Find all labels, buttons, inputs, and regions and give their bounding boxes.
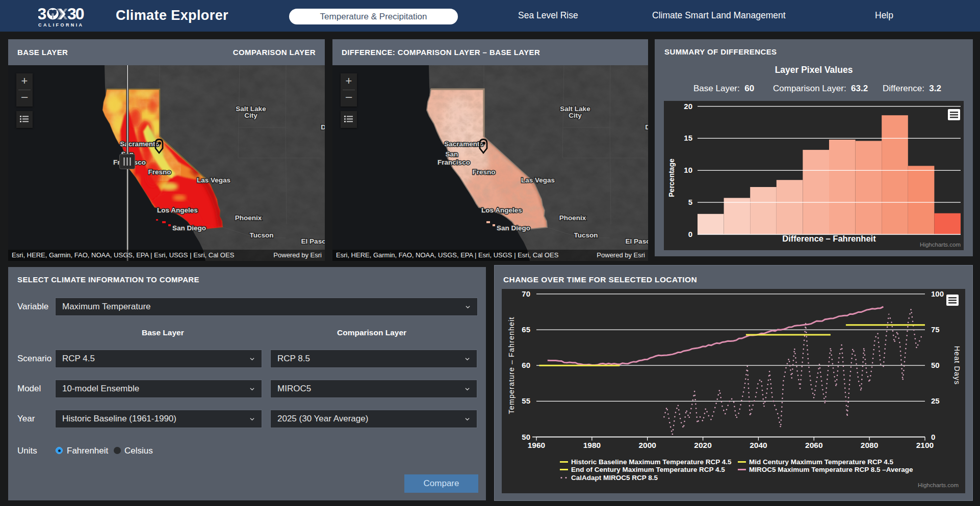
svg-text:Fresno: Fresno <box>148 168 171 176</box>
svg-text:San Diego: San Diego <box>172 224 206 232</box>
svg-text:Sacramento: Sacramento <box>444 140 483 148</box>
svg-text:Highcharts.com: Highcharts.com <box>918 482 959 488</box>
svg-text:2000: 2000 <box>638 441 656 449</box>
svg-text:Phoenix: Phoenix <box>235 214 262 222</box>
svg-text:2060: 2060 <box>805 441 822 449</box>
svg-text:1980: 1980 <box>583 441 601 449</box>
svg-text:Tucson: Tucson <box>250 231 274 239</box>
svg-text:0: 0 <box>931 433 935 441</box>
svg-text:5: 5 <box>688 198 692 206</box>
svg-text:Temperature – Fahrenheit: Temperature – Fahrenheit <box>507 317 515 414</box>
svg-text:Heat Days: Heat Days <box>953 346 961 385</box>
svg-text:Francisco: Francisco <box>437 158 470 166</box>
svg-text:Mid Century Maximum Temperatur: Mid Century Maximum Temperature RCP 4.5 <box>749 458 894 466</box>
svg-text:50: 50 <box>931 361 940 369</box>
svg-text:D: D <box>645 123 648 131</box>
svg-text:15: 15 <box>684 134 692 142</box>
svg-text:10: 10 <box>684 166 692 174</box>
svg-text:50: 50 <box>522 433 530 441</box>
svg-text:D: D <box>321 123 325 131</box>
svg-text:Tucson: Tucson <box>574 231 598 239</box>
svg-text:2020: 2020 <box>694 441 711 449</box>
svg-text:Phoenix: Phoenix <box>559 214 586 222</box>
svg-text:San: San <box>446 150 458 158</box>
svg-text:Historic Baseline Maximum Temp: Historic Baseline Maximum Temperature RC… <box>571 458 732 466</box>
svg-text:20: 20 <box>684 102 692 111</box>
svg-text:El Paso: El Paso <box>301 237 325 245</box>
svg-text:CALIFORNIA: CALIFORNIA <box>38 22 84 28</box>
svg-text:CalAdapt MIROC5 RCP 8.5: CalAdapt MIROC5 RCP 8.5 <box>571 474 658 482</box>
svg-text:Highcharts.com: Highcharts.com <box>920 242 961 248</box>
svg-text:El Paso: El Paso <box>626 237 648 245</box>
svg-text:2040: 2040 <box>750 441 767 449</box>
svg-text:100: 100 <box>931 289 944 298</box>
svg-text:City: City <box>244 112 257 119</box>
svg-text:30: 30 <box>67 5 84 23</box>
svg-text:55: 55 <box>522 396 530 405</box>
svg-text:3: 3 <box>38 5 46 23</box>
svg-text:Las Vegas: Las Vegas <box>521 176 555 184</box>
svg-text:0: 0 <box>688 230 692 238</box>
svg-text:City: City <box>569 112 582 119</box>
svg-text:Percentage: Percentage <box>667 158 676 197</box>
svg-text:2100: 2100 <box>916 441 934 449</box>
svg-text:End of Century Maximum Tempera: End of Century Maximum Temperature RCP 4… <box>571 466 725 473</box>
svg-text:25: 25 <box>931 396 940 405</box>
svg-text:Los Angeles: Los Angeles <box>157 206 198 214</box>
svg-text:Las Vegas: Las Vegas <box>197 176 230 184</box>
svg-text:2080: 2080 <box>861 441 878 449</box>
svg-text:Sacramento: Sacramento <box>120 140 159 148</box>
svg-text:65: 65 <box>522 325 530 334</box>
svg-text:60: 60 <box>522 361 530 369</box>
svg-text:1960: 1960 <box>528 441 545 449</box>
svg-text:MIROC5 Maximum Temperature RCP: MIROC5 Maximum Temperature RCP 8.5 –Aver… <box>749 466 913 473</box>
svg-text:San Diego: San Diego <box>497 224 530 232</box>
svg-text:Los Angeles: Los Angeles <box>481 206 522 214</box>
svg-text:70: 70 <box>522 289 530 298</box>
svg-text:Fresno: Fresno <box>472 168 495 176</box>
svg-text:Difference – Fahrenheit: Difference – Fahrenheit <box>782 234 876 243</box>
svg-text:75: 75 <box>931 325 940 334</box>
